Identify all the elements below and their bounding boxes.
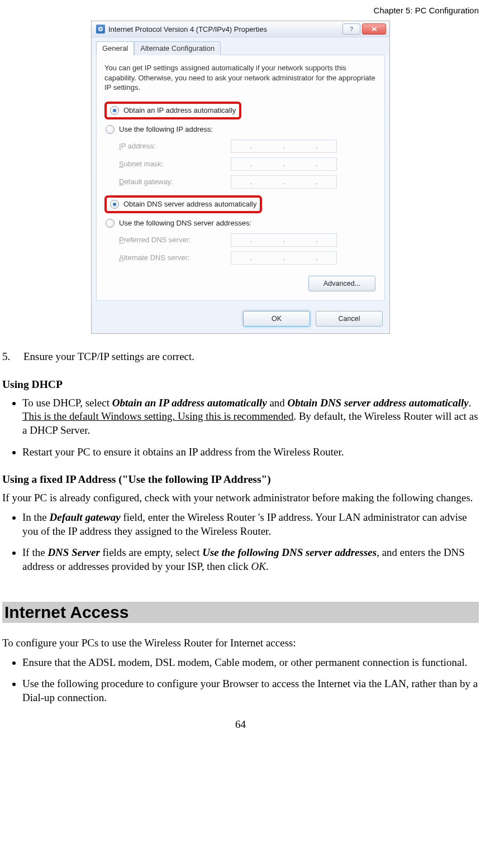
radio-ip-auto[interactable] <box>110 106 119 115</box>
gateway-input[interactable]: ... <box>231 175 337 189</box>
network-icon <box>96 25 105 33</box>
titlebar: Internet Protocol Version 4 (TCP/IPv4) P… <box>92 21 389 37</box>
preferred-dns-label: Preferred DNS server: <box>119 236 231 244</box>
step-text: Ensure your TCP/IP settings are correct. <box>23 351 194 363</box>
alternate-dns-input[interactable]: ... <box>231 251 337 265</box>
internet-access-heading: Internet Access <box>2 602 479 623</box>
dhcp-heading: Using DHCP <box>2 378 479 391</box>
radio-ip-manual[interactable] <box>106 125 115 134</box>
radio-dns-manual[interactable] <box>106 219 115 228</box>
ok-button[interactable]: OK <box>243 311 310 327</box>
tab-general[interactable]: General <box>96 41 134 55</box>
dialog-description: You can get IP settings assigned automat… <box>104 63 377 93</box>
list-item: Restart your PC to ensure it obtains an … <box>22 445 479 459</box>
ip-auto-highlight: Obtain an IP address automatically <box>104 102 241 119</box>
alternate-dns-label: Alternate DNS server: <box>119 253 231 262</box>
list-item: In the Default gateway field, enter the … <box>22 511 479 538</box>
fixed-ip-heading: Using a fixed IP Address ("Use the follo… <box>2 473 479 486</box>
radio-ip-manual-row[interactable]: Use the following IP address: <box>104 123 377 136</box>
step-number: 5. <box>2 351 13 363</box>
radio-dns-auto[interactable] <box>110 200 119 209</box>
help-button[interactable]: ? <box>342 23 360 35</box>
radio-ip-auto-label: Obtain an IP address automatically <box>123 106 236 114</box>
page-number: 64 <box>2 718 479 731</box>
ip-address-label: IP address: <box>119 142 231 150</box>
dialog-title: Internet Protocol Version 4 (TCP/IPv4) P… <box>108 25 267 33</box>
dns-auto-highlight: Obtain DNS server address automatically <box>104 195 262 213</box>
list-item: If the DNS Server fields are empty, sele… <box>22 546 479 573</box>
cancel-button[interactable]: Cancel <box>316 311 383 327</box>
tabstrip: General Alternate Configuration <box>92 37 389 55</box>
dialog-screenshot: Internet Protocol Version 4 (TCP/IPv4) P… <box>2 21 479 334</box>
ip-address-input[interactable]: ... <box>231 140 337 153</box>
preferred-dns-input[interactable]: ... <box>231 233 337 247</box>
fixed-intro: If your PC is already configured, check … <box>2 491 479 505</box>
radio-ip-manual-label: Use the following IP address: <box>119 125 213 133</box>
list-item: Use the following procedure to configure… <box>22 677 479 704</box>
tab-alternate[interactable]: Alternate Configuration <box>134 41 221 55</box>
radio-dns-manual-row[interactable]: Use the following DNS server addresses: <box>104 217 377 230</box>
radio-dns-manual-label: Use the following DNS server addresses: <box>119 219 251 227</box>
ipv4-properties-dialog: Internet Protocol Version 4 (TCP/IPv4) P… <box>91 21 390 334</box>
close-button[interactable] <box>362 23 386 35</box>
dns-fields: Preferred DNS server: ... Alternate DNS … <box>119 233 377 265</box>
radio-dns-auto-label: Obtain DNS server address automatically <box>123 200 256 208</box>
subnet-label: Subnet mask: <box>119 160 231 168</box>
chapter-header: Chapter 5: PC Configuration <box>2 6 479 15</box>
subnet-input[interactable]: ... <box>231 157 337 171</box>
list-item: Ensure that the ADSL modem, DSL modem, C… <box>22 656 479 670</box>
internet-intro: To configure your PCs to use the Wireles… <box>2 636 479 650</box>
advanced-button[interactable]: Advanced... <box>308 276 375 291</box>
list-item: To use DHCP, select Obtain an IP address… <box>22 396 479 438</box>
ip-fields: IP address: ... Subnet mask: ... Default… <box>119 140 377 189</box>
gateway-label: Default gateway: <box>119 178 231 186</box>
